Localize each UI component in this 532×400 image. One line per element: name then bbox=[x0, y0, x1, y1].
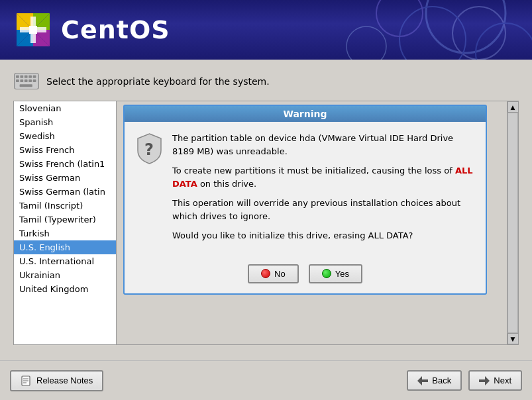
language-item[interactable]: Slovenian bbox=[14, 101, 116, 115]
language-item[interactable]: Tamil (Typewriter) bbox=[14, 213, 116, 226]
svg-rect-21 bbox=[25, 75, 28, 78]
svg-rect-25 bbox=[20, 79, 23, 82]
yes-button-label: Yes bbox=[335, 269, 349, 279]
instruction-text: Select the appropriate keyboard for the … bbox=[46, 76, 270, 87]
language-item[interactable]: Swiss French (latin1 bbox=[14, 157, 116, 171]
language-item[interactable]: Tamil (Inscript) bbox=[14, 199, 116, 213]
next-arrow-icon bbox=[479, 376, 490, 385]
logo: CentOS bbox=[13, 10, 170, 50]
svg-rect-20 bbox=[20, 75, 23, 78]
dialog-body: ? The partition table on device hda (VMw… bbox=[125, 122, 486, 259]
back-button[interactable]: Back bbox=[407, 370, 462, 391]
centos-logo-icon bbox=[13, 10, 53, 50]
language-item[interactable]: Turkish bbox=[14, 226, 116, 240]
svg-point-17 bbox=[346, 26, 386, 60]
svg-point-15 bbox=[376, 0, 423, 36]
no-button-label: No bbox=[274, 269, 286, 279]
language-item[interactable]: Swiss German bbox=[14, 171, 116, 185]
release-notes-button[interactable]: Release Notes bbox=[10, 370, 103, 391]
svg-rect-27 bbox=[28, 79, 32, 82]
language-item[interactable]: U.S. English bbox=[14, 240, 116, 254]
dialog-text1: The partition table on device hda (VMwar… bbox=[172, 133, 453, 156]
header-swirl-icon bbox=[201, 0, 532, 60]
keyboard-instruction: Select the appropriate keyboard for the … bbox=[13, 70, 519, 93]
dialog-text2-prefix: To create new partitions it must be init… bbox=[172, 166, 455, 175]
svg-text:?: ? bbox=[144, 140, 154, 159]
scroll-track[interactable] bbox=[507, 113, 518, 333]
language-item[interactable]: Ukrainian bbox=[14, 268, 116, 282]
language-item[interactable]: United Kingdom bbox=[14, 282, 116, 296]
scrollbar[interactable]: ▲ ▼ bbox=[507, 101, 518, 344]
dialog-text-block: The partition table on device hda (VMwar… bbox=[172, 132, 476, 249]
svg-rect-11 bbox=[29, 26, 37, 34]
keyboard-icon bbox=[13, 70, 40, 93]
dialog-text4: Would you like to initialize this drive,… bbox=[172, 230, 413, 240]
svg-rect-24 bbox=[16, 79, 19, 82]
footer: Release Notes Back Next bbox=[0, 360, 532, 400]
next-button[interactable]: Next bbox=[468, 370, 522, 391]
dialog-title: Warning bbox=[283, 109, 327, 119]
content-area: SlovenianSpanishSwedishSwiss FrenchSwiss… bbox=[13, 101, 519, 345]
language-item[interactable]: Swiss German (latin bbox=[14, 185, 116, 199]
scroll-up-button[interactable]: ▲ bbox=[507, 101, 519, 113]
svg-marker-36 bbox=[479, 376, 490, 385]
release-notes-label: Release Notes bbox=[36, 375, 93, 385]
language-item[interactable]: Swedish bbox=[14, 129, 116, 143]
warning-dialog: Warning ? The partition table on device … bbox=[123, 105, 487, 295]
svg-rect-26 bbox=[25, 79, 28, 82]
yes-button-icon bbox=[322, 269, 331, 278]
svg-marker-35 bbox=[417, 376, 428, 385]
scroll-down-button[interactable]: ▼ bbox=[507, 333, 519, 344]
right-panel: Warning ? The partition table on device … bbox=[117, 101, 507, 344]
back-arrow-icon bbox=[417, 376, 428, 385]
svg-rect-19 bbox=[16, 75, 19, 78]
dialog-buttons: No Yes bbox=[125, 259, 486, 293]
shield-warning-icon: ? bbox=[134, 132, 164, 165]
svg-rect-22 bbox=[28, 75, 32, 78]
no-button-icon bbox=[261, 269, 270, 278]
document-icon bbox=[21, 375, 32, 386]
footer-nav-buttons: Back Next bbox=[407, 370, 522, 391]
dialog-titlebar: Warning bbox=[125, 106, 486, 122]
main-content: Select the appropriate keyboard for the … bbox=[0, 60, 532, 360]
svg-rect-23 bbox=[33, 75, 36, 78]
language-list: SlovenianSpanishSwedishSwiss FrenchSwiss… bbox=[14, 101, 117, 344]
back-label: Back bbox=[432, 375, 451, 385]
svg-rect-28 bbox=[33, 79, 36, 82]
next-label: Next bbox=[494, 375, 511, 385]
language-item[interactable]: Spanish bbox=[14, 115, 116, 129]
app-title: CentOS bbox=[61, 15, 170, 44]
svg-rect-29 bbox=[20, 84, 32, 87]
language-item[interactable]: U.S. International bbox=[14, 254, 116, 268]
header: CentOS bbox=[0, 0, 532, 60]
dialog-text2-suffix: on this drive. bbox=[197, 179, 256, 189]
language-item[interactable]: Swiss French bbox=[14, 143, 116, 157]
dialog-text3: This operation will override any previou… bbox=[172, 198, 460, 221]
no-button[interactable]: No bbox=[248, 264, 299, 283]
yes-button[interactable]: Yes bbox=[309, 264, 362, 283]
